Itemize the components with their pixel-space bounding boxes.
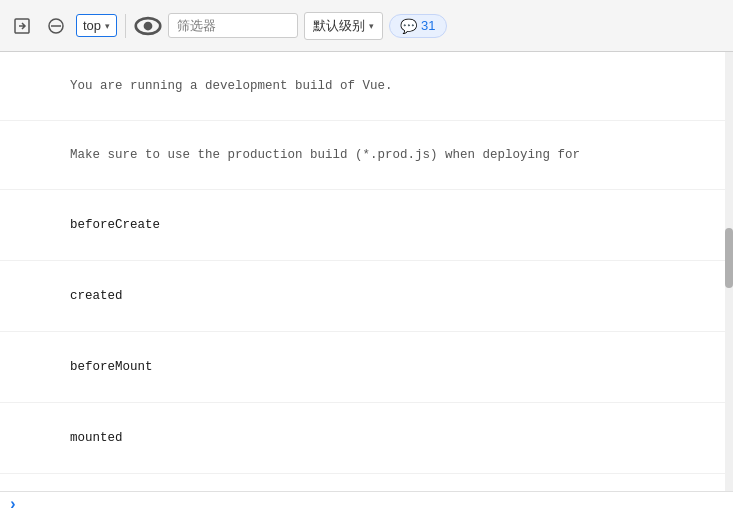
level-arrow-icon: ▾ xyxy=(369,21,374,31)
console-output: You are running a development build of V… xyxy=(0,52,733,491)
svg-point-4 xyxy=(144,21,153,30)
context-selector[interactable]: top ▾ xyxy=(76,14,117,37)
log-line-beforeMount: beforeMount xyxy=(0,332,733,403)
toolbar: top ▾ 默认级别 ▾ 💬 31 xyxy=(0,0,733,52)
warning-line-1: You are running a development build of V… xyxy=(0,52,733,121)
scrollbar[interactable] xyxy=(725,52,733,491)
context-arrow-icon: ▾ xyxy=(105,21,110,31)
log-line-init: init xyxy=(0,474,733,491)
level-selector[interactable]: 默认级别 ▾ xyxy=(304,12,383,40)
scrollbar-thumb[interactable] xyxy=(725,228,733,288)
context-label: top xyxy=(83,18,101,33)
toolbar-divider xyxy=(125,14,126,38)
eye-filter-button[interactable] xyxy=(134,12,162,40)
bottom-expand-row: › xyxy=(0,491,733,518)
log-line-created: created xyxy=(0,261,733,332)
message-count-badge[interactable]: 💬 31 xyxy=(389,14,446,38)
chat-icon: 💬 xyxy=(400,18,417,34)
export-button[interactable] xyxy=(8,12,36,40)
level-label: 默认级别 xyxy=(313,17,365,35)
expand-caret-icon[interactable]: › xyxy=(8,496,18,514)
clear-button[interactable] xyxy=(42,12,70,40)
log-line-beforeCreate: beforeCreate xyxy=(0,190,733,261)
filter-input[interactable] xyxy=(168,13,298,38)
message-count-number: 31 xyxy=(421,18,435,33)
log-line-mounted: mounted xyxy=(0,403,733,474)
warning-line-2: Make sure to use the production build (*… xyxy=(0,121,733,190)
